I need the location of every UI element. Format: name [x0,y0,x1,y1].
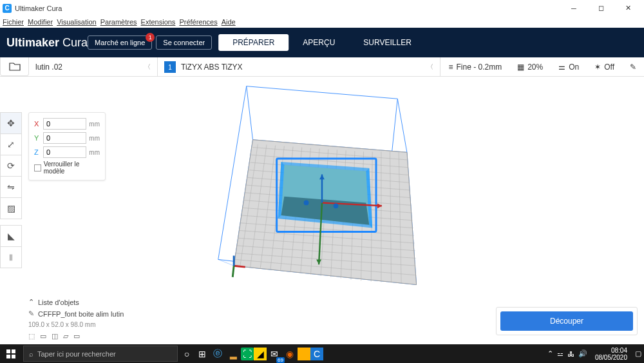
cortana-icon[interactable]: ○ [179,346,194,362]
open-file-button[interactable] [0,57,29,76]
support-setting[interactable]: ⚌ On [551,63,587,72]
tool-mesh[interactable]: ▨ [0,197,22,219]
tool-mirror[interactable]: ⇋ [0,176,22,198]
app2-icon[interactable] [298,348,310,360]
viewport-3d[interactable]: ✥ ⤢ ⟳ ⇋ ▨ ◣ ⦀ Xmm Ymm Zmm Verrouiller le… [0,77,644,344]
signin-button[interactable]: Se connecter [156,35,212,50]
support-blocker-icon: ◣ [8,231,15,241]
custom-icon: ⦀ [9,252,13,263]
taskbar-clock[interactable]: 08:04 08/05/2020 [591,347,631,361]
chevron-up-icon: ⌃ [28,298,34,306]
tool-move[interactable]: ✥ [0,112,22,134]
material-dropdown[interactable]: 1 TiZYX ABS TiZYX 〈 [158,57,440,76]
svg-rect-60 [12,349,15,353]
view-right-icon[interactable]: ▭ [73,332,80,340]
network-icon[interactable]: 🖧 [567,350,574,358]
move-x-input[interactable] [43,118,86,130]
menu-file[interactable]: Fichier [3,18,24,26]
unit-label: mm [89,149,100,156]
taskview-icon[interactable]: ⊞ [194,346,210,362]
object-list: ⌃Liste d'objets ✎CFFFP_font boite alim l… [28,298,124,340]
slice-panel: Découper [496,307,638,335]
infill-setting[interactable]: ▦ 20% [509,63,551,72]
svg-rect-62 [12,355,15,358]
layers-icon: ≡ [448,63,453,72]
explorer-icon[interactable]: ▂ [225,346,241,362]
tab-prepare[interactable]: PRÉPARER [218,34,289,51]
menu-preferences[interactable]: Préférences [179,18,217,26]
search-placeholder: Taper ici pour rechercher [37,350,116,358]
brand-bold: Ultimaker [6,36,59,49]
mirror-icon: ⇋ [7,182,15,192]
tool-custom[interactable]: ⦀ [0,246,22,268]
move-icon: ✥ [7,118,15,128]
app-logo-icon: C [3,4,12,13]
tool-support-blocker[interactable]: ◣ [0,225,22,247]
mail-icon[interactable]: ✉69 [267,346,282,362]
view-top-icon[interactable]: ◫ [52,332,58,340]
maximize-button[interactable]: ◻ [587,0,614,16]
svg-line-5 [397,99,407,152]
cura-taskbar-icon[interactable]: C [310,348,323,360]
menu-help[interactable]: Aide [222,18,236,26]
object-list-item[interactable]: ✎CFFFP_font boite alim lutin [28,309,124,318]
marketplace-label: Marché en ligne [95,39,145,46]
profile-setting[interactable]: ≡ Fine - 0.2mm [440,63,509,72]
edge-icon[interactable]: ⓔ [210,346,225,362]
svg-line-56 [234,266,245,267]
clock-time: 08:04 [595,347,627,354]
view-3d-icon[interactable]: ⬚ [28,332,35,340]
app-icon[interactable]: ◢ [254,348,267,360]
marketplace-button[interactable]: Marché en ligne 1 [88,35,152,50]
windows-taskbar: ⌕ Taper ici pour rechercher ○ ⊞ ⓔ ▂ ⛶ ◢ … [0,344,644,363]
axis-y-label: Y [34,134,41,142]
svg-rect-61 [6,355,10,358]
mesh-icon: ▨ [7,203,15,213]
eye-icon: ✎ [28,309,34,318]
marketplace-badge: 1 [146,33,155,42]
taskbar-search[interactable]: ⌕ Taper ici pour rechercher [23,346,178,362]
search-icon: ⌕ [29,350,33,358]
clock-date: 08/05/2020 [595,354,627,361]
notifications-icon[interactable]: ▢ [635,349,641,358]
menu-edit[interactable]: Modifier [28,18,53,26]
view-front-icon[interactable]: ▭ [40,332,46,340]
start-button[interactable] [0,344,22,363]
windows-icon [6,349,15,358]
custom-settings-button[interactable]: ✎ [622,63,644,72]
stage-tabs: PRÉPARER APERÇU SURVEILLER [218,34,426,51]
axis-z-label: Z [34,148,41,156]
view-left-icon[interactable]: ▱ [63,332,68,340]
volume-icon[interactable]: 🔊 [578,349,587,358]
topbar: Ultimaker Cura PRÉPARER APERÇU SURVEILLE… [0,28,644,57]
subbar: lutin .02 〈 1 TiZYX ABS TiZYX 〈 ≡ Fine -… [0,57,644,77]
tab-monitor[interactable]: SURVEILLER [349,34,425,51]
tab-preview[interactable]: APERÇU [289,34,349,51]
move-z-input[interactable] [43,146,86,158]
brand: Ultimaker Cura [6,36,88,50]
tool-scale[interactable]: ⤢ [0,133,22,155]
toolbar-left: ✥ ⤢ ⟳ ⇋ ▨ ◣ ⦀ [0,112,22,268]
mail-badge: 69 [276,357,285,363]
window-title: Ultimaker Cura [15,5,62,12]
minimize-button[interactable]: ─ [560,0,587,16]
menu-settings[interactable]: Paramètres [100,18,137,26]
close-button[interactable]: ✕ [614,0,641,16]
move-y-input[interactable] [43,132,86,144]
infill-label: 20% [527,63,543,72]
adhesion-setting[interactable]: ✶ Off [587,63,622,72]
slice-button[interactable]: Découper [500,311,633,331]
tray-chevron-icon[interactable]: ⌃ [547,349,553,358]
object-list-title: Liste d'objets [38,299,79,306]
tool-rotate[interactable]: ⟳ [0,155,22,177]
menu-view[interactable]: Visualisation [57,18,97,26]
wifi-icon[interactable]: ⚍ [557,349,564,358]
lock-checkbox[interactable] [34,164,41,172]
store-icon[interactable]: ⛶ [241,348,254,360]
object-list-header[interactable]: ⌃Liste d'objets [28,298,124,306]
svg-line-4 [247,86,253,140]
filename-dropdown[interactable]: lutin .02 〈 [29,57,158,76]
window-titlebar: C Ultimaker Cura ─ ◻ ✕ [0,0,644,16]
print-settings[interactable]: ≡ Fine - 0.2mm ▦ 20% ⚌ On ✶ Off ✎ [440,57,644,76]
menu-extensions[interactable]: Extensions [141,18,176,26]
